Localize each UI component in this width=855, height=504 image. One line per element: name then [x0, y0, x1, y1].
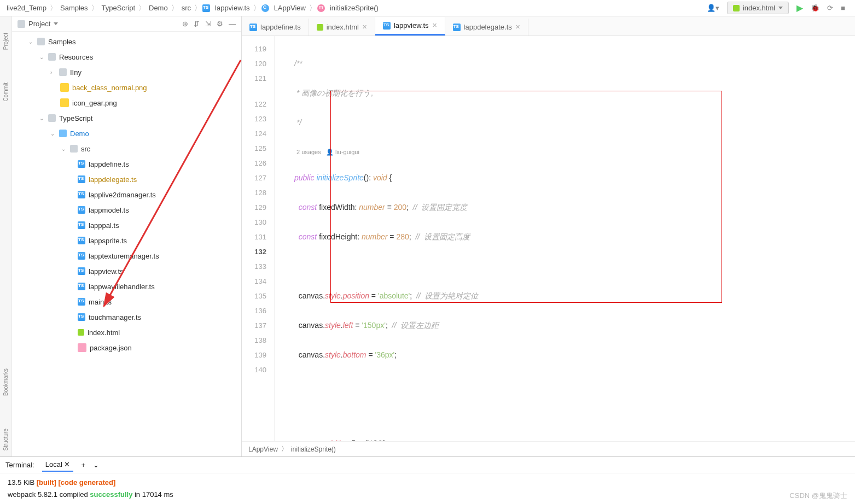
commit-tool-tab[interactable]: Commit: [2, 77, 10, 107]
folder-icon: [59, 68, 67, 76]
html-icon: [78, 329, 84, 336]
breadcrumb-bar: live2d_Temp〉 Samples〉 TypeScript〉 Demo〉 …: [0, 0, 855, 16]
tree-file[interactable]: lappdelegate.ts: [12, 172, 241, 187]
tab-lappview[interactable]: lappview.ts✕: [375, 17, 445, 36]
tree-ilny[interactable]: ›IIny: [12, 65, 241, 80]
run-button[interactable]: ▶: [796, 3, 803, 13]
left-tool-stripe: Project Commit Bookmarks Structure: [0, 16, 12, 456]
html-icon: [317, 24, 323, 31]
ts-icon: [78, 206, 85, 214]
run-config-dropdown[interactable]: index.html: [727, 2, 789, 14]
run-config-label: index.html: [743, 4, 775, 12]
crumb-2[interactable]: TypeScript: [100, 3, 137, 13]
tree-pkg[interactable]: package.json: [12, 340, 241, 355]
image-icon: [60, 83, 69, 92]
stop-button[interactable]: ■: [841, 4, 845, 12]
bookmarks-tool-tab[interactable]: Bookmarks: [2, 363, 10, 401]
tree-resources[interactable]: ⌄Resources: [12, 49, 241, 65]
folder-icon: [18, 20, 25, 28]
crumb-4[interactable]: src: [179, 3, 193, 13]
tree-file[interactable]: lappwavfilehandler.ts: [12, 279, 241, 294]
chevron-down-icon: [54, 22, 58, 25]
html-icon: [733, 5, 740, 11]
ts-icon: [78, 191, 85, 198]
tree-file[interactable]: lapppal.ts: [12, 218, 241, 233]
ts-icon: [78, 221, 85, 229]
close-icon[interactable]: ✕: [432, 22, 437, 29]
tree-file[interactable]: lapptexturemanager.ts: [12, 248, 241, 263]
close-icon[interactable]: ✕: [515, 24, 520, 31]
collapse-icon[interactable]: ⇲: [205, 20, 211, 28]
code-area[interactable]: /** * 画像の初期化を行う。 */ 2 usages 👤 liu-guigu…: [288, 36, 855, 441]
editor-breadcrumb: LAppView〉initializeSprite(): [242, 441, 855, 456]
tree-file[interactable]: main.ts: [12, 294, 241, 309]
hide-icon[interactable]: —: [229, 20, 236, 28]
crumb-5[interactable]: lappview.ts: [213, 3, 252, 13]
terminal-add[interactable]: +: [81, 461, 85, 469]
project-tree[interactable]: ⌄Samples ⌄Resources ›IIny back_class_nor…: [12, 32, 241, 456]
ts-icon: [78, 298, 85, 306]
tree-file[interactable]: lappview.ts: [12, 263, 241, 279]
folder-icon: [59, 130, 67, 137]
tree-src[interactable]: ⌄src: [12, 141, 241, 156]
crumb-7[interactable]: initializeSprite(): [328, 3, 381, 13]
terminal-panel: Terminal: Local ✕ + ⌄ 13.5 KiB [built] […: [0, 456, 855, 504]
tree-file[interactable]: lappmodel.ts: [12, 202, 241, 218]
class-icon: [261, 4, 269, 12]
chevron-down-icon: [778, 7, 783, 9]
folder-icon: [37, 38, 45, 45]
method-icon: [317, 4, 325, 12]
folder-icon: [48, 53, 56, 61]
ts-icon: [453, 24, 461, 31]
tab-index[interactable]: index.html✕: [309, 19, 375, 36]
ts-icon: [78, 175, 85, 183]
tree-file[interactable]: lappsprite.ts: [12, 233, 241, 248]
editor-tabs: lappdefine.ts index.html✕ lappview.ts✕ l…: [242, 16, 855, 36]
project-tool-tab[interactable]: Project: [2, 27, 10, 55]
image-icon: [60, 98, 69, 107]
project-panel: Project ⊕ ⇵ ⇲ ⚙ — ⌄Samples ⌄Resources ›I…: [12, 16, 242, 456]
terminal-tab-local[interactable]: Local ✕: [42, 458, 74, 472]
toolbar-right: 👤▾ index.html ▶ 🐞 ⟳ ■: [707, 2, 851, 14]
json-icon: [78, 343, 86, 352]
breadcrumb: live2d_Temp〉 Samples〉 TypeScript〉 Demo〉 …: [4, 3, 381, 13]
ts-icon: [78, 267, 85, 275]
user-icon[interactable]: 👤▾: [707, 4, 719, 12]
terminal-dropdown[interactable]: ⌄: [93, 461, 99, 469]
tree-png1[interactable]: back_class_normal.png: [12, 80, 241, 95]
tree-png2[interactable]: icon_gear.png: [12, 95, 241, 110]
tree-typescript[interactable]: ⌄TypeScript: [12, 110, 241, 126]
tab-lappdelegate[interactable]: lappdelegate.ts✕: [445, 19, 528, 36]
close-icon[interactable]: ✕: [362, 24, 367, 31]
debug-button[interactable]: 🐞: [811, 4, 819, 12]
ts-icon: [78, 313, 85, 321]
folder-icon: [70, 145, 78, 153]
structure-tool-tab[interactable]: Structure: [2, 423, 10, 456]
panel-title[interactable]: Project: [18, 20, 58, 28]
tab-lappdefine[interactable]: lappdefine.ts: [242, 19, 309, 36]
line-gutter: 119120121 122123124125126127128129130131…: [242, 36, 275, 441]
tree-file[interactable]: lapplive2dmanager.ts: [12, 187, 241, 202]
folder-icon: [48, 114, 56, 122]
crumb-6[interactable]: LAppView: [272, 3, 308, 13]
ts-icon: [383, 22, 391, 30]
crumb-1[interactable]: Samples: [58, 3, 90, 13]
editor-area: lappdefine.ts index.html✕ lappview.ts✕ l…: [242, 16, 855, 456]
ts-icon: [78, 252, 85, 260]
coverage-button[interactable]: ⟳: [827, 4, 833, 12]
crumb-root[interactable]: live2d_Temp: [4, 3, 49, 13]
tree-samples[interactable]: ⌄Samples: [12, 34, 241, 49]
terminal-output[interactable]: 13.5 KiB [built] [code generated] webpac…: [0, 473, 855, 504]
ts-icon: [78, 160, 85, 168]
tree-indexhtml[interactable]: index.html: [12, 325, 241, 340]
editor-body[interactable]: 119120121 122123124125126127128129130131…: [242, 36, 855, 441]
expand-icon[interactable]: ⇵: [194, 20, 200, 28]
ts-icon: [249, 24, 257, 31]
settings-icon[interactable]: ⚙: [217, 20, 223, 28]
ts-icon: [202, 4, 210, 12]
locate-icon[interactable]: ⊕: [182, 20, 188, 28]
tree-file[interactable]: touchmanager.ts: [12, 309, 241, 325]
tree-file[interactable]: lappdefine.ts: [12, 156, 241, 172]
crumb-3[interactable]: Demo: [147, 3, 170, 13]
tree-demo[interactable]: ⌄Demo: [12, 126, 241, 141]
